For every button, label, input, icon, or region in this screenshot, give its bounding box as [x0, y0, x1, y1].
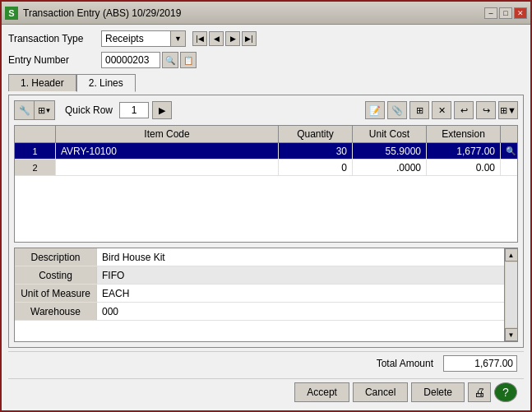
total-amount-value: 1,677.00: [443, 355, 517, 372]
detail-description-label: Description: [15, 248, 97, 266]
help-button[interactable]: ?: [494, 382, 517, 402]
entry-number-group: 🔍 📋: [101, 52, 197, 68]
row-1-item-code[interactable]: AVRY-10100: [56, 143, 279, 159]
app-icon: S: [5, 7, 18, 20]
tab-lines[interactable]: 2. Lines: [76, 74, 136, 92]
nav-prev-button[interactable]: ◀: [209, 31, 224, 46]
table-row[interactable]: 2 0 .0000 0.00: [15, 160, 517, 176]
quick-row-label: Quick Row: [65, 104, 113, 116]
attachment-button[interactable]: 📎: [387, 101, 407, 119]
entry-number-label: Entry Number: [8, 54, 95, 66]
row-2-extra: [501, 160, 517, 175]
window-title: Transaction Entry (ABS) 10/29/2019: [23, 7, 181, 19]
minimize-button[interactable]: –: [484, 7, 497, 19]
detail-uom-row: Unit of Measure EACH: [15, 285, 504, 303]
lines-grid: Item Code Quantity Unit Cost Extension 1…: [14, 125, 518, 243]
row-1-quantity[interactable]: 30: [279, 143, 353, 159]
table-row[interactable]: 1 AVRY-10100 30 55.9000 1,677.00 🔍: [15, 143, 517, 160]
maximize-button[interactable]: □: [499, 7, 512, 19]
scroll-up-button[interactable]: ▲: [505, 248, 518, 262]
col-header-quantity: Quantity: [279, 126, 353, 142]
note-button[interactable]: 📝: [365, 101, 385, 119]
tool-r3-button[interactable]: ↩: [454, 101, 474, 119]
transaction-type-label: Transaction Type: [8, 33, 95, 44]
entry-number-row: Entry Number 🔍 📋: [8, 51, 524, 69]
col-header-num: [15, 126, 56, 142]
detail-uom-value: EACH: [97, 285, 504, 302]
transaction-type-dropdown-btn[interactable]: ▼: [171, 30, 186, 47]
transaction-type-combo[interactable]: ▼: [101, 30, 186, 47]
detail-warehouse-label: Warehouse: [15, 303, 97, 320]
row-num-1: 1: [15, 143, 56, 159]
entry-number-input[interactable]: [101, 52, 160, 68]
details-left: Description Bird House Kit Costing FIFO …: [15, 248, 504, 341]
tabs: 1. Header 2. Lines: [8, 74, 524, 91]
action-buttons: Accept Cancel Delete 🖨 ?: [8, 378, 524, 405]
col-header-extra: [501, 126, 517, 142]
nav-last-button[interactable]: ▶|: [242, 31, 257, 46]
tool-r2-button[interactable]: ✕: [432, 101, 451, 119]
print-button[interactable]: 🖨: [468, 382, 491, 402]
tool-wrench-button[interactable]: 🔧: [15, 101, 35, 119]
row-1-extension[interactable]: 1,677.00: [427, 143, 501, 159]
col-header-unit-cost: Unit Cost: [353, 126, 427, 142]
transaction-type-row: Transaction Type ▼ |◀ ◀ ▶ ▶|: [8, 30, 524, 48]
transaction-type-input[interactable]: [101, 30, 171, 47]
detail-description-row: Description Bird House Kit: [15, 248, 504, 266]
quick-row-input[interactable]: [119, 102, 149, 118]
nav-first-button[interactable]: |◀: [192, 31, 207, 46]
cancel-button[interactable]: Cancel: [353, 382, 408, 402]
title-bar: S Transaction Entry (ABS) 10/29/2019 – □…: [2, 2, 530, 25]
details-panel: Description Bird House Kit Costing FIFO …: [14, 248, 518, 342]
title-buttons: – □ ✕: [484, 7, 527, 19]
row-num-2: 2: [15, 160, 56, 175]
right-tools: 📝 📎 ⊞ ✕ ↩ ↪ ⊞▼: [365, 101, 518, 119]
nav-next-button[interactable]: ▶: [225, 31, 240, 46]
detail-costing-label: Costing: [15, 266, 97, 284]
details-scrollbar: ▲ ▼: [504, 248, 517, 341]
close-button[interactable]: ✕: [514, 7, 527, 19]
detail-costing-row: Costing FIFO: [15, 266, 504, 285]
title-bar-left: S Transaction Entry (ABS) 10/29/2019: [5, 7, 181, 20]
tool-dropdown-button[interactable]: ⊞▼: [498, 101, 518, 119]
row-2-unit-cost[interactable]: .0000: [353, 160, 427, 175]
delete-button[interactable]: Delete: [411, 382, 465, 402]
row-2-item-code[interactable]: [56, 160, 279, 175]
row-2-extension[interactable]: 0.00: [427, 160, 501, 175]
lines-toolbar: 🔧 ⊞▼ Quick Row ▶ 📝 📎 ⊞ ✕ ↩ ↪ ⊞▼: [14, 100, 518, 120]
tab-content-lines: 🔧 ⊞▼ Quick Row ▶ 📝 📎 ⊞ ✕ ↩ ↪ ⊞▼: [8, 95, 524, 348]
tool-r4-button[interactable]: ↪: [476, 101, 496, 119]
tool-group-1: 🔧 ⊞▼: [14, 100, 55, 120]
grid-header: Item Code Quantity Unit Cost Extension: [15, 126, 517, 143]
row-1-search[interactable]: 🔍: [501, 143, 517, 159]
quick-row-go-button[interactable]: ▶: [152, 101, 172, 119]
main-window: S Transaction Entry (ABS) 10/29/2019 – □…: [0, 0, 532, 412]
detail-warehouse-row: Warehouse 000: [15, 303, 504, 321]
accept-button[interactable]: Accept: [294, 382, 349, 402]
tool-r1-button[interactable]: ⊞: [409, 101, 429, 119]
entry-edit-button[interactable]: 📋: [180, 52, 197, 68]
total-amount-label: Total Amount: [377, 358, 433, 369]
scroll-down-button[interactable]: ▼: [505, 328, 518, 341]
content-area: Transaction Type ▼ |◀ ◀ ▶ ▶| Entry Numbe…: [2, 25, 530, 410]
nav-buttons: |◀ ◀ ▶ ▶|: [192, 31, 257, 46]
detail-costing-value: FIFO: [97, 266, 504, 284]
row-2-quantity[interactable]: 0: [279, 160, 353, 175]
col-header-extension: Extension: [427, 126, 501, 142]
detail-description-value: Bird House Kit: [97, 248, 504, 266]
footer: Total Amount 1,677.00: [8, 351, 524, 375]
entry-search-button[interactable]: 🔍: [162, 52, 178, 68]
scroll-track[interactable]: [506, 262, 517, 327]
grid-body: 1 AVRY-10100 30 55.9000 1,677.00 🔍 2 0 .…: [15, 143, 517, 242]
col-header-item-code: Item Code: [56, 126, 279, 142]
tool-grid-dropdown-button[interactable]: ⊞▼: [35, 101, 54, 119]
tab-header[interactable]: 1. Header: [8, 74, 76, 91]
detail-uom-label: Unit of Measure: [15, 285, 97, 302]
row-1-unit-cost[interactable]: 55.9000: [353, 143, 427, 159]
detail-warehouse-value: 000: [97, 303, 504, 320]
